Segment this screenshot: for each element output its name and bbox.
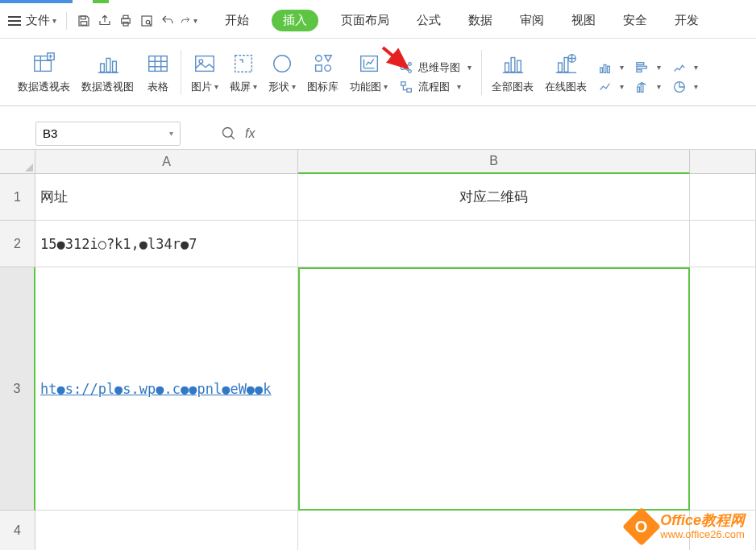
- save-icon[interactable]: [75, 12, 93, 30]
- table-button[interactable]: 表格: [145, 51, 171, 94]
- chevron-down-icon: ▾: [657, 63, 661, 72]
- print-icon[interactable]: [117, 12, 135, 30]
- chevron-down-icon: ▾: [694, 82, 698, 91]
- chevron-down-icon: ▾: [253, 82, 257, 91]
- preview-icon[interactable]: [138, 12, 156, 30]
- chevron-down-icon: ▾: [384, 82, 388, 91]
- redo-icon[interactable]: ▾: [180, 12, 197, 30]
- tab-data[interactable]: 数据: [463, 10, 497, 31]
- picture-button[interactable]: 图片▾: [191, 51, 218, 94]
- tab-insert[interactable]: 插入: [272, 10, 318, 31]
- cell-C3[interactable]: [690, 267, 756, 511]
- name-box[interactable]: B3 ▾: [35, 122, 181, 146]
- chevron-down-icon: ▾: [467, 63, 471, 72]
- svg-point-22: [409, 69, 412, 72]
- mindmap-button[interactable]: 思维导图▾: [399, 60, 471, 75]
- spreadsheet-grid: 1 2 3 4 A B 网址 对应二维码 15●312i○?k1,●l34r●7…: [0, 150, 756, 550]
- icon-lib-button[interactable]: 图标库: [307, 51, 339, 94]
- chevron-down-icon: ▾: [694, 63, 698, 72]
- formula-input[interactable]: [261, 122, 756, 146]
- file-menu[interactable]: 文件 ▾: [26, 13, 56, 28]
- svg-rect-25: [505, 63, 509, 72]
- col-header-B[interactable]: B: [298, 150, 690, 174]
- row-header-2[interactable]: 2: [0, 221, 35, 267]
- mindmap-icon: [399, 60, 413, 75]
- online-chart-icon: [553, 51, 579, 77]
- svg-rect-10: [106, 58, 110, 72]
- svg-rect-13: [196, 56, 214, 71]
- shapes-button[interactable]: 形状▾: [268, 51, 296, 94]
- menu-bar: 文件 ▾ ▾ 开始 插入 页面布局 公式 数据 审阅 视图 安全 开发: [0, 3, 756, 39]
- cell-A3[interactable]: ht●s://pl●s.wp●.c●●pnl●eW●●k: [35, 267, 298, 511]
- divider: [66, 12, 67, 30]
- tab-review[interactable]: 审阅: [515, 10, 549, 31]
- fx-label[interactable]: fx: [245, 126, 255, 141]
- select-all-corner[interactable]: [0, 150, 35, 174]
- pivot-table-icon: [31, 51, 57, 77]
- separator: [481, 50, 482, 95]
- tab-start[interactable]: 开始: [220, 10, 254, 31]
- flowchart-button[interactable]: 流程图▾: [399, 80, 471, 94]
- shapes-icon: [269, 51, 295, 77]
- svg-rect-23: [401, 81, 405, 85]
- chevron-down-icon: ▾: [620, 63, 624, 72]
- file-label: 文件: [26, 13, 50, 28]
- online-chart-button[interactable]: 在线图表: [545, 51, 587, 94]
- tab-page-layout[interactable]: 页面布局: [336, 10, 394, 31]
- watermark-title: Office教程网: [660, 513, 745, 529]
- row-header-4[interactable]: 4: [0, 511, 35, 550]
- watermark: O Office教程网 www.office26.com: [628, 513, 745, 540]
- tab-view[interactable]: 视图: [567, 10, 600, 31]
- watermark-url: www.office26.com: [660, 529, 745, 540]
- table-icon: [145, 51, 171, 77]
- all-charts-button[interactable]: 全部图表: [492, 51, 534, 94]
- tab-formula[interactable]: 公式: [412, 10, 446, 31]
- col-header-rest[interactable]: [690, 150, 756, 174]
- chevron-down-icon: ▾: [292, 82, 296, 91]
- mini-chart-3[interactable]: ▾: [635, 60, 661, 75]
- cell-B1[interactable]: 对应二维码: [298, 174, 690, 221]
- screenshot-icon: [231, 51, 256, 77]
- tab-dev[interactable]: 开发: [670, 10, 704, 31]
- svg-rect-9: [100, 64, 104, 72]
- mini-chart-5[interactable]: ▾: [672, 60, 698, 75]
- svg-rect-2: [122, 19, 131, 23]
- icon-lib-icon: [310, 51, 336, 77]
- picture-icon: [192, 51, 218, 77]
- share-icon[interactable]: [96, 12, 114, 30]
- svg-rect-32: [604, 64, 606, 72]
- ribbon-tabs: 开始 插入 页面布局 公式 数据 审阅 视图 安全 开发: [220, 10, 704, 31]
- svg-rect-38: [641, 84, 643, 92]
- svg-point-20: [401, 65, 405, 69]
- cell-B3[interactable]: [298, 267, 690, 511]
- svg-rect-36: [637, 69, 642, 72]
- cell-A1[interactable]: 网址: [35, 174, 298, 221]
- mini-chart-6[interactable]: ▾: [672, 80, 698, 94]
- svg-rect-24: [407, 88, 411, 92]
- mini-chart-1[interactable]: ▾: [598, 60, 624, 75]
- search-icon[interactable]: [221, 126, 237, 142]
- pivot-chart-button[interactable]: 数据透视图: [81, 51, 134, 94]
- cell-C1[interactable]: [690, 174, 756, 221]
- cell-A2[interactable]: 15●312i○?k1,●l34r●7: [35, 221, 298, 267]
- screenshot-button[interactable]: 截屏▾: [230, 51, 257, 94]
- svg-rect-1: [81, 21, 87, 25]
- func-chart-button[interactable]: 功能图▾: [350, 51, 388, 94]
- undo-icon[interactable]: [159, 12, 177, 30]
- cell-B2[interactable]: [298, 221, 690, 267]
- mini-chart-2[interactable]: ▾: [598, 80, 624, 94]
- chevron-down-icon: ▾: [193, 16, 197, 25]
- svg-rect-31: [600, 68, 603, 72]
- tab-security[interactable]: 安全: [618, 10, 652, 31]
- cell-C2[interactable]: [690, 221, 756, 267]
- cell-A4[interactable]: [35, 511, 298, 550]
- col-header-A[interactable]: A: [35, 150, 298, 174]
- mini-chart-4[interactable]: ▾: [635, 80, 661, 94]
- hamburger-icon[interactable]: [8, 16, 21, 26]
- row-header-3[interactable]: 3: [0, 267, 35, 511]
- svg-point-17: [315, 55, 322, 61]
- ribbon: 数据透视表 数据透视图 表格 图片▾ 截屏▾ 形状▾ 图标库: [0, 39, 756, 106]
- formula-bar-row: B3 ▾ fx: [0, 118, 756, 150]
- row-header-1[interactable]: 1: [0, 174, 35, 221]
- pivot-table-button[interactable]: 数据透视表: [18, 51, 70, 94]
